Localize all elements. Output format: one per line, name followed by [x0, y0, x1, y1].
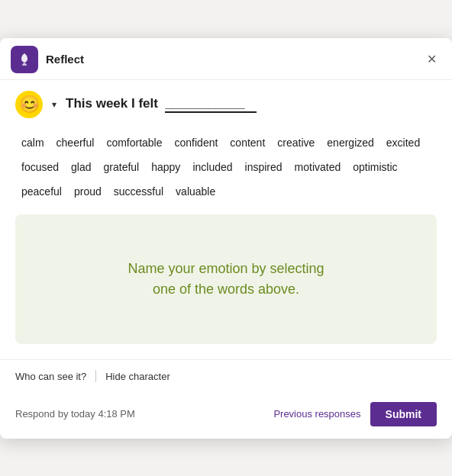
prompt-blank: ___________: [165, 96, 257, 113]
word-comfortable[interactable]: comfortable: [100, 130, 168, 155]
word-calm[interactable]: calm: [15, 130, 50, 155]
emoji-avatar: 😊: [15, 91, 43, 118]
word-valuable[interactable]: valuable: [170, 179, 221, 204]
prompt-row: 😊 ▾ This week I felt ___________: [15, 91, 437, 118]
emoji-chevron[interactable]: ▾: [49, 98, 60, 111]
word-cheerful[interactable]: cheerful: [50, 130, 101, 155]
previous-responses-button[interactable]: Previous responses: [273, 408, 360, 420]
word-excited[interactable]: excited: [380, 130, 426, 155]
dialog-title: Reflect: [46, 53, 84, 66]
who-can-see-button[interactable]: Who can see it?: [15, 368, 86, 385]
word-glad[interactable]: glad: [65, 155, 97, 179]
prompt-text: This week I felt ___________: [66, 96, 257, 113]
main-content: 😊 ▾ This week I felt ___________ calm ch…: [0, 80, 452, 344]
reflect-dialog: Reflect ✕ 😊 ▾ This week I felt _________…: [0, 38, 452, 439]
close-button[interactable]: ✕: [424, 50, 440, 69]
word-content[interactable]: content: [224, 130, 271, 155]
word-inspired[interactable]: inspired: [239, 155, 289, 179]
bottom-right-actions: Previous responses Submit: [273, 402, 437, 426]
word-confident[interactable]: confident: [169, 130, 224, 155]
respond-by-text: Respond by today 4:18 PM: [15, 408, 135, 420]
word-peaceful[interactable]: peaceful: [15, 179, 68, 204]
footer-links: Who can see it? Hide character: [0, 359, 452, 393]
word-focused[interactable]: focused: [15, 155, 65, 179]
word-successful[interactable]: successful 🖱: [108, 179, 170, 204]
word-proud[interactable]: proud: [68, 179, 108, 204]
word-motivated[interactable]: motivated: [289, 155, 347, 179]
prompt-start: This week I felt: [66, 96, 158, 111]
hide-character-button[interactable]: Hide character: [105, 368, 170, 385]
bottom-bar: Respond by today 4:18 PM Previous respon…: [0, 393, 452, 439]
title-bar: Reflect ✕: [0, 38, 452, 80]
title-left: Reflect: [11, 46, 84, 73]
word-grateful[interactable]: grateful: [98, 155, 146, 179]
app-icon: [11, 46, 38, 73]
word-included[interactable]: included: [186, 155, 238, 179]
word-optimistic[interactable]: optimistic: [347, 155, 403, 179]
emotion-words-container: calm cheerful comfortable confident cont…: [15, 130, 437, 204]
emotion-placeholder-box: Name your emotion by selecting one of th…: [15, 214, 437, 344]
word-happy[interactable]: happy: [145, 155, 186, 179]
footer-divider: [95, 370, 96, 382]
emotion-placeholder-text: Name your emotion by selecting one of th…: [112, 243, 339, 315]
word-creative[interactable]: creative: [271, 130, 321, 155]
word-energized[interactable]: energized: [321, 130, 380, 155]
submit-button[interactable]: Submit: [370, 402, 437, 426]
